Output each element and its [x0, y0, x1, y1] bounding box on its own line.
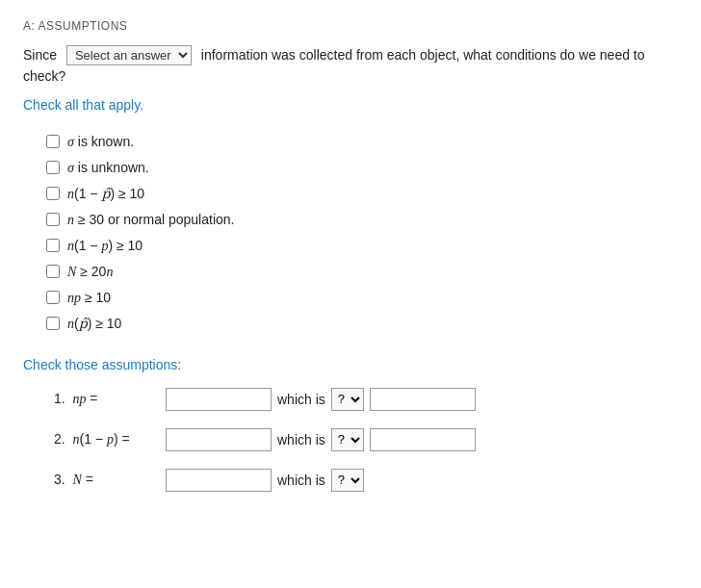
checkbox-n-ge-30[interactable]: [46, 213, 60, 226]
check-assumptions-title: Check those assumptions:: [23, 357, 678, 372]
checkbox-label-sigma-known: σ is known.: [67, 132, 134, 152]
input-np-result[interactable]: [370, 388, 476, 411]
checkbox-nphat-ge-10[interactable]: [46, 317, 60, 330]
list-item: σ is unknown.: [46, 158, 678, 178]
row-label-np: 1. np =: [54, 391, 160, 407]
check-all-label: Check all that apply.: [23, 97, 678, 113]
checkbox-label-n-ge-30: n ≥ 30 or normal population.: [67, 210, 234, 230]
checkbox-np-ge-10[interactable]: [46, 291, 60, 304]
which-is-label-2: which is: [277, 432, 325, 447]
row-label-n1p: 2. n(1 − p) =: [54, 431, 160, 447]
row-label-N: 3. N =: [54, 472, 160, 488]
which-is-label-1: which is: [277, 392, 325, 407]
checkbox-label-nphat-ge-10: n(p̂) ≥ 10: [67, 314, 121, 334]
checkbox-N-ge-20n[interactable]: [46, 265, 60, 278]
checkbox-label-N-ge-20n: N ≥ 20n: [67, 262, 113, 282]
list-item: n(p̂) ≥ 10: [46, 314, 678, 334]
list-item: N ≥ 20n: [46, 262, 678, 282]
select-N-comparison[interactable]: ? ≥ <: [331, 469, 364, 492]
list-item: np ≥ 10: [46, 288, 678, 308]
intro-paragraph: Since Select an answer information was c…: [23, 44, 678, 88]
checkbox-n1p-ge-10[interactable]: [46, 239, 60, 252]
assumption-row-np: 1. np = which is ? ≥ <: [23, 388, 678, 411]
which-is-label-3: which is: [277, 473, 325, 488]
list-item: n(1 − p) ≥ 10: [46, 236, 678, 256]
intro-prefix: Since: [23, 47, 57, 63]
section-title: A: ASSUMPTIONS: [23, 19, 678, 33]
checkbox-label-n1phat-ge-10: n(1 − p̂) ≥ 10: [67, 184, 144, 204]
input-n1p-result[interactable]: [370, 428, 476, 451]
checkbox-label-sigma-unknown: σ is unknown.: [67, 158, 149, 178]
list-item: σ is known.: [46, 132, 678, 152]
input-n1p-value[interactable]: [166, 428, 272, 451]
select-np-comparison[interactable]: ? ≥ <: [331, 388, 364, 411]
assumption-row-n1p: 2. n(1 − p) = which is ? ≥ <: [23, 428, 678, 451]
select-n1p-comparison[interactable]: ? ≥ <: [331, 428, 364, 451]
answer-select[interactable]: Select an answer: [66, 45, 192, 65]
list-item: n(1 − p̂) ≥ 10: [46, 184, 678, 204]
checkbox-n1phat-ge-10[interactable]: [46, 187, 60, 200]
assumption-row-N: 3. N = which is ? ≥ <: [23, 469, 678, 492]
checkbox-sigma-known[interactable]: [46, 135, 60, 148]
checkbox-label-np-ge-10: np ≥ 10: [67, 288, 111, 308]
checkbox-sigma-unknown[interactable]: [46, 161, 60, 174]
checkbox-list: σ is known. σ is unknown. n(1 − p̂) ≥ 10…: [23, 132, 678, 334]
input-np-value[interactable]: [166, 388, 272, 411]
checkbox-label-n1p-ge-10: n(1 − p) ≥ 10: [67, 236, 143, 256]
input-N-value[interactable]: [166, 469, 272, 492]
list-item: n ≥ 30 or normal population.: [46, 210, 678, 230]
